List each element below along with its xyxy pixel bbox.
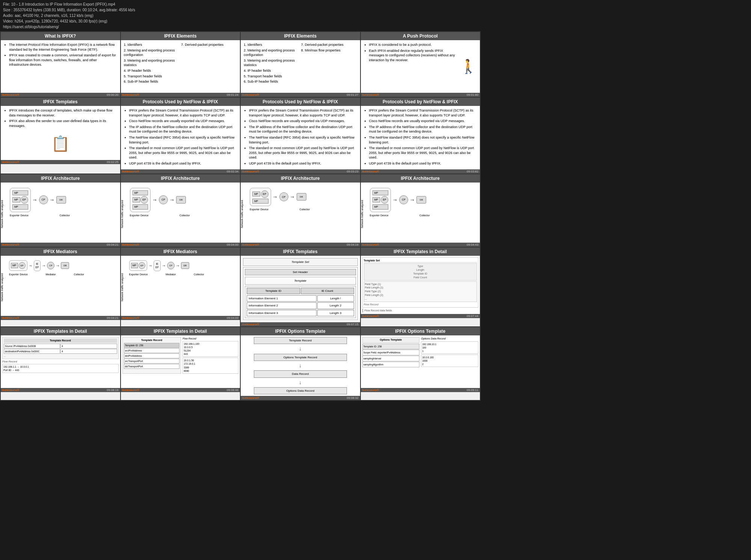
elem-6: 6. Sub-IP header fields	[124, 79, 180, 84]
ep-circle-11: EP	[261, 190, 268, 198]
timestamp-8: 09:03:82	[467, 170, 478, 173]
cell-16-content: Template Set Type Length Template ID Fie…	[361, 256, 480, 314]
database-10: DB	[176, 196, 186, 204]
c8-b2: Cisco NetFlow records are usually export…	[369, 119, 477, 124]
livelessons-logo-14: livelessons®	[122, 316, 139, 320]
options-template-box-2: Options Template Record	[254, 354, 347, 361]
c6-b4: The NetFlow standard (RFC 3954) does not…	[129, 135, 237, 145]
cell-7-header: Protocols Used by NetFlow & IPFIX	[241, 98, 360, 106]
collector-label-10: Collector	[179, 214, 190, 217]
cell-6-content: IPFIX prefers the Stream Control Transmi…	[121, 106, 240, 169]
timestamp-17: 09:08:19	[107, 388, 118, 392]
c3-elem-3: 3. Metering and exporting process statis…	[244, 58, 300, 68]
collector-label-13: Collector	[74, 273, 84, 276]
elem-5: 5. Transport header fields	[124, 74, 180, 79]
c6-b2: Cisco NetFlow records are usually export…	[129, 119, 237, 124]
cell-2-footer: livelessons® 09:01:24	[121, 93, 240, 97]
livelessons-logo-2: livelessons®	[122, 93, 139, 97]
c3-elem-4: 4. IP header fields	[244, 68, 300, 73]
cell-17-footer: livelessons® 09:08:19	[1, 388, 120, 392]
exporter-label-11: Exporter Device	[250, 208, 268, 211]
timestamp-18: 09:08:46	[227, 388, 238, 392]
livelessons-logo-9: livelessons®	[2, 243, 19, 246]
length-2-cell: Length 2	[317, 302, 354, 309]
cell-19: IPFIX Options Template Template Record ↓…	[241, 327, 360, 400]
c3-elem-5: 5. Transport header fields	[244, 74, 300, 79]
cell-6: Protocols Used by NetFlow & IPFIX IPFIX …	[121, 98, 240, 174]
cell-17-content: Template Record Source IPv4Address 0x000…	[1, 335, 120, 388]
cell-14-content: Network traffic analyzed MP EP → IEEF	[121, 256, 240, 316]
cp-circle-12: CP	[399, 195, 408, 204]
network-traffic-label-14: Network traffic analyzed	[121, 273, 124, 301]
c8-b6: UDP port 4739 is the default port used b…	[369, 161, 477, 166]
database-12: DB	[416, 196, 426, 204]
database-11: DB	[297, 193, 306, 201]
cell-13-header: IPFIX Mediators	[1, 248, 120, 256]
timestamp-6: 09:02:34	[227, 170, 238, 173]
c4-bullet-2: Each IPFIX-enabled device regularly send…	[369, 48, 457, 63]
elem-4: 4. IP header fields	[124, 68, 180, 73]
push-figure: 🚶	[460, 42, 477, 91]
ep-circle-10: EP	[140, 196, 148, 204]
timestamp-15: 09:07:15	[347, 323, 358, 326]
exporter-label-9: Exporter Device	[10, 214, 29, 217]
video-grid: What Is IPFIX? The Internet Protocol Flo…	[0, 31, 481, 401]
c6-b5: The standard or most common UDP port use…	[129, 146, 237, 160]
cell-1: What Is IPFIX? The Internet Protocol Flo…	[1, 32, 120, 97]
livelessons-logo-12: livelessons®	[362, 243, 379, 246]
info-element-1-label: Information Element 1	[247, 295, 317, 302]
elem-3: 3. Metering and exporting process statis…	[124, 58, 180, 68]
set-header-label: Set Header	[245, 269, 356, 275]
cell-7-content: IPFIX prefers the Stream Control Transmi…	[241, 106, 360, 169]
cell-20-footer: livelessons® 09:09:11	[361, 388, 480, 392]
timestamp-1: 09:00:20	[107, 93, 118, 97]
cell-2: IPFIX Elements 1. Identifiers 2. Meterin…	[121, 32, 240, 97]
livelessons-logo-6: livelessons®	[122, 170, 139, 173]
cell-18-footer: livelessons® 09:08:46	[121, 388, 240, 392]
network-traffic-label-10: Network traffic analyzed	[121, 200, 124, 228]
exporter-label-12: Exporter Device	[370, 214, 389, 217]
c7-b3: The IP address of the NetFlow collector …	[249, 125, 357, 134]
timestamp-11: 09:04:19	[347, 243, 358, 246]
livelessons-logo-4: livelessons®	[362, 93, 379, 97]
info-element-2-label: Information Element 2	[247, 302, 317, 309]
cell-3: IPFIX Elements 1. Identifiers 2. Meterin…	[241, 32, 360, 97]
cell-18-header: IPFIX Templates in Detail	[121, 327, 240, 335]
cp-circle-9: CP	[39, 195, 48, 204]
cell-12-footer: livelessons® 09:04:43	[361, 243, 480, 247]
cell-4-header: A Push Protocol	[361, 32, 480, 40]
arrow-down-2: ↓	[299, 362, 302, 370]
livelessons-logo-8: livelessons®	[362, 170, 379, 173]
cell-11: IPFIX Architecture Network traffic analy…	[241, 174, 360, 247]
info-element-3-label: Information Element 3	[247, 310, 317, 316]
c8-b1: IPFIX prefers the Stream Control Transmi…	[369, 108, 477, 118]
cell-5: IPFIX Templates IPFIX introduces the con…	[1, 98, 120, 174]
cell-11-header: IPFIX Architecture	[241, 174, 360, 183]
livelessons-logo-3: livelessons®	[242, 93, 259, 97]
doc-icon: 📋	[4, 129, 117, 158]
info-element-2-row: Information Element 2 Length 2	[247, 302, 354, 309]
cell-9-footer: livelessons® 09:04:21	[1, 243, 120, 247]
c7-b2: Cisco NetFlow records are usually export…	[249, 119, 357, 124]
network-traffic-label-13: Network traffic analyzed	[1, 273, 4, 301]
c5-bullet-2: IPFIX also allows the sender to use user…	[9, 119, 117, 128]
exporter-label-14: Exporter Device	[129, 273, 148, 276]
arrow-12b: →	[410, 196, 415, 204]
cell-2-content: 1. Identifiers 2. Metering and exporting…	[121, 40, 240, 93]
cell-1-content: The Internet Protocol Flow Information E…	[1, 40, 120, 93]
c7-b1: IPFIX prefers the Stream Control Transmi…	[249, 108, 357, 118]
arrow-11b: →	[290, 193, 295, 201]
cell-3-header: IPFIX Elements	[241, 32, 360, 40]
c7-b5: The standard or most common UDP port use…	[249, 146, 357, 160]
options-template-box-3: Data Record	[254, 370, 347, 377]
arrow-down-3: ↓	[299, 379, 302, 386]
length-1-cell: Length !	[317, 295, 354, 302]
cell-9-header: IPFIX Architecture	[1, 174, 120, 183]
c6-b3: The IP address of the NetFlow collector …	[129, 125, 237, 134]
c5-bullet-1: IPFIX introduces the concept of template…	[9, 108, 117, 118]
cell-1-bullet-1: The Internet Protocol Flow Information E…	[9, 42, 117, 52]
cell-10: IPFIX Architecture Network traffic analy…	[121, 174, 240, 247]
cell-1-footer: livelessons® 09:00:20	[1, 93, 120, 97]
timestamp-13: 09:04:21	[107, 316, 118, 320]
livelessons-logo-1: livelessons®	[2, 93, 19, 97]
